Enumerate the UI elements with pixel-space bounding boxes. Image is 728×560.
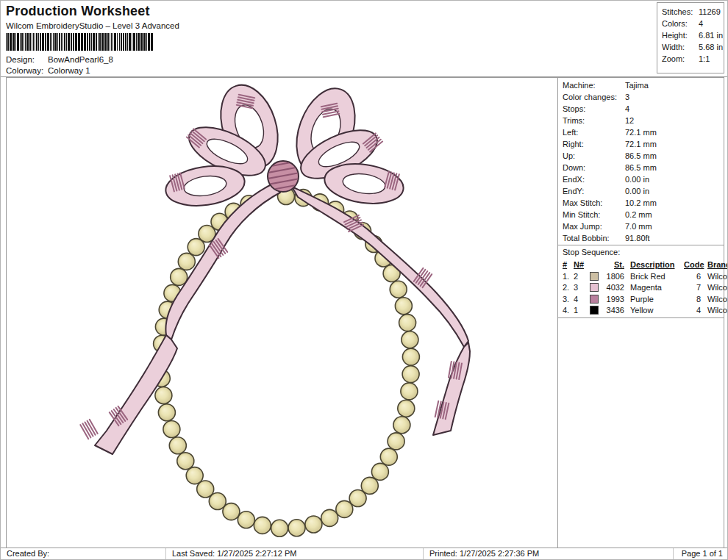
swatch-cell xyxy=(590,294,602,306)
info-value: 86.5 mm xyxy=(625,162,657,173)
stat-value: 1:1 xyxy=(699,53,710,65)
footer: Created By: Last Saved: 1/27/2025 2:27:1… xyxy=(1,548,727,559)
info-value: 0.2 mm xyxy=(625,209,652,220)
pearl xyxy=(402,331,418,348)
design-label: Design: xyxy=(6,54,48,65)
stat-value: 11269 xyxy=(699,6,721,18)
ribbon-streamer-right xyxy=(292,187,470,435)
footer-printed: Printed: 1/27/2025 2:27:36 PM xyxy=(424,548,674,559)
stat-label: Height: xyxy=(662,29,699,41)
pearl xyxy=(336,500,353,517)
info-label: EndY: xyxy=(563,185,625,197)
stop-number: 1. xyxy=(563,271,574,283)
column-header: Brand xyxy=(703,259,728,271)
info-row: Right:72.1 mm xyxy=(563,138,724,150)
table-row: 1.21806Brick Red6Wilcom xyxy=(563,271,724,283)
pearl xyxy=(288,520,305,536)
stitch-count: 1993 xyxy=(602,294,627,306)
pearl xyxy=(163,421,180,438)
info-label: Color changes: xyxy=(563,91,625,103)
thread-brand: Wilcom xyxy=(703,305,728,317)
stop-number: 3. xyxy=(563,294,574,306)
stat-label: Colors: xyxy=(662,18,699,29)
pearl xyxy=(178,253,195,270)
stop-number: 4. xyxy=(563,305,574,317)
column-header: Code xyxy=(684,259,703,271)
pearl xyxy=(155,387,172,404)
stop-sequence-title: Stop Sequence: xyxy=(558,245,724,259)
pearl xyxy=(169,437,186,454)
thread-color-swatch xyxy=(590,283,599,292)
thread-brand: Wilcom xyxy=(703,294,728,306)
stat-value: 4 xyxy=(699,18,703,29)
stitch-count: 4032 xyxy=(602,282,627,294)
info-label: Up: xyxy=(563,150,625,162)
pearl xyxy=(402,366,419,383)
needle-number: 1 xyxy=(574,305,590,317)
info-value: 4 xyxy=(625,103,629,115)
info-row: EndY:0.00 in xyxy=(563,185,724,197)
info-value: 91.80ft xyxy=(625,232,650,244)
swatch-cell xyxy=(590,305,602,317)
pearl xyxy=(390,281,407,298)
swatch-cell xyxy=(590,282,602,294)
info-label: Max Stitch: xyxy=(563,197,625,209)
header-left: Production Worksheet Wilcom EmbroiderySt… xyxy=(6,2,179,76)
info-value: 72.1 mm xyxy=(625,138,657,150)
info-row: Trims:12 xyxy=(563,115,724,126)
stat-label: Width: xyxy=(662,41,699,53)
info-label: Machine: xyxy=(563,79,625,91)
info-row: Max Stitch:10.2 mm xyxy=(563,197,724,209)
stat-label: Zoom: xyxy=(662,53,699,65)
pearl xyxy=(271,520,288,536)
info-value: 86.5 mm xyxy=(625,150,657,162)
info-label: Right: xyxy=(563,138,625,150)
stat-row: Zoom:1:1 xyxy=(662,53,724,65)
column-header: St. xyxy=(602,259,627,271)
pearl xyxy=(388,433,404,450)
barcode-bar xyxy=(151,33,153,51)
info-row: Machine:Tajima xyxy=(563,79,724,91)
stat-value: 5.68 in xyxy=(699,41,723,53)
pearl xyxy=(371,463,388,480)
info-value: 3 xyxy=(625,91,629,103)
colorway-value: Colorway 1 xyxy=(48,65,90,76)
design-row: Design: BowAndPearl6_8 xyxy=(6,54,179,65)
footer-page-number: Page 1 of 1 xyxy=(674,548,727,559)
pearl xyxy=(393,417,410,434)
info-panel: Machine:TajimaColor changes:3Stops:4Trim… xyxy=(557,78,724,548)
pearl xyxy=(254,517,271,534)
table-row: 2.34032Magenta7Wilcom xyxy=(563,282,724,294)
swatch-cell xyxy=(590,271,602,283)
info-label: Down: xyxy=(563,162,625,173)
thread-brand: Wilcom xyxy=(703,282,728,294)
info-row: EndX:0.00 in xyxy=(563,173,724,185)
pearl xyxy=(158,404,175,421)
info-row: Left:72.1 mm xyxy=(563,126,724,138)
stitch-hatch-patch xyxy=(80,420,97,439)
thread-code: 7 xyxy=(684,282,703,294)
info-value: Tajima xyxy=(625,79,649,91)
info-label: Max Jump: xyxy=(563,220,625,232)
pearl xyxy=(305,516,322,533)
info-label: Total Bobbin: xyxy=(563,232,625,244)
thread-description: Magenta xyxy=(627,282,684,294)
thread-description: Yellow xyxy=(627,305,684,317)
pearl xyxy=(349,490,366,507)
info-row: Total Bobbin:91.80ft xyxy=(563,232,724,244)
stitch-count: 3436 xyxy=(602,305,627,317)
barcode xyxy=(6,33,154,51)
thread-color-swatch xyxy=(590,295,599,304)
pearl xyxy=(399,315,416,331)
stitch-count: 1806 xyxy=(602,271,627,283)
needle-number: 4 xyxy=(574,294,590,306)
thread-code: 8 xyxy=(684,294,703,306)
stop-sequence-header-row: #N#St.DescriptionCodeBrand xyxy=(563,259,724,271)
pearl xyxy=(402,348,419,365)
thread-description: Brick Red xyxy=(627,271,684,283)
pearl xyxy=(380,448,397,465)
thread-color-swatch xyxy=(590,306,599,315)
pearl xyxy=(321,509,338,526)
thread-description: Purple xyxy=(627,294,684,306)
info-value: 0.00 in xyxy=(625,173,649,185)
